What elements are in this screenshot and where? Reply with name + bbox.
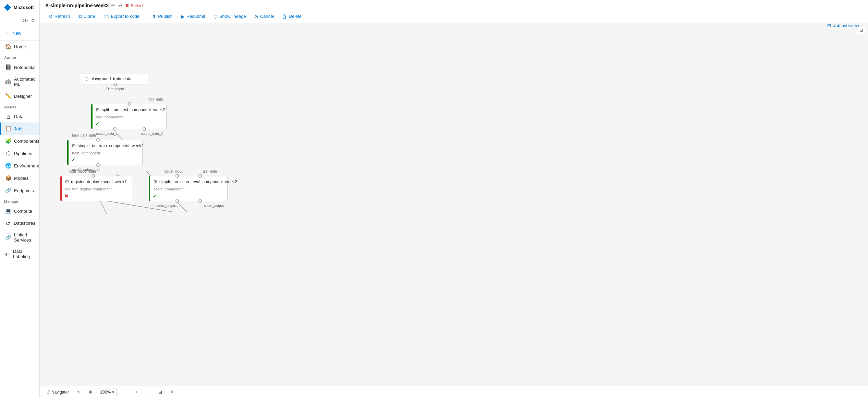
split-component-icon: ⊞: [96, 107, 100, 112]
edit-title-icon[interactable]: ✏: [111, 3, 115, 8]
drag-tool-button[interactable]: ✥: [86, 388, 95, 396]
comment-button[interactable]: ✎: [168, 388, 176, 396]
sidebar-item-data[interactable]: 🗄 Data: [0, 110, 39, 122]
resubmit-icon: ▶: [181, 14, 185, 19]
train-input-port[interactable]: [96, 138, 100, 142]
sidebar-item-data-labeling[interactable]: 🏷 Data Labeling: [0, 246, 39, 262]
sidebar-item-linked-services[interactable]: 🔗 Linked Services: [0, 229, 39, 246]
pipeline-header: A-simple-nn-pipeline-week2 ✏ ↩ ✖ Failed …: [40, 0, 868, 23]
score-status: ✔: [150, 193, 227, 201]
score-title: simple_nn_score_eval_component_week2: [159, 179, 237, 184]
split-output-label-2: output_data_2: [141, 132, 163, 136]
sidebar-item-datastores[interactable]: 🗂 Datastores: [0, 217, 39, 229]
app-logo: Microsoft: [0, 0, 39, 15]
collapse-sidebar-button[interactable]: ≫: [22, 17, 28, 24]
zoom-dropdown-icon[interactable]: ▾: [112, 390, 114, 395]
fit-view-button[interactable]: ⬚: [144, 388, 153, 396]
register-input-port[interactable]: [91, 174, 95, 178]
split-status: ✔: [93, 121, 166, 129]
settings-icon-button[interactable]: ⚙: [31, 17, 35, 24]
fit-view-icon: ⬚: [147, 390, 150, 395]
score-output-port-metrics[interactable]: [175, 199, 179, 203]
sidebar-item-endpoints[interactable]: 🔗 Endpoints: [0, 184, 39, 197]
score-input-port-model[interactable]: [175, 174, 179, 178]
home-icon: 🏠: [5, 44, 11, 50]
split-input-port[interactable]: [128, 102, 131, 106]
job-overview-label: Job overview: [833, 23, 859, 28]
sidebar-toggle-area[interactable]: ≫ ⚙: [0, 15, 39, 26]
sidebar-item-designer[interactable]: ✏️ Designer: [0, 90, 39, 102]
export-to-code-button[interactable]: 📄 Export to code: [100, 12, 143, 21]
split-output-port-2[interactable]: [143, 127, 146, 131]
compute-label: Compute: [14, 209, 32, 214]
show-lineage-button[interactable]: ⬡ Show lineage: [210, 12, 249, 21]
refresh-icon: ↺: [49, 14, 53, 19]
navigator-label: Navigator: [51, 390, 69, 395]
sidebar-item-compute[interactable]: 💻 Compute: [0, 205, 39, 217]
environments-label: Environments: [14, 163, 40, 168]
node-header-register: ⊞ register_deploy_model_week7: [62, 176, 132, 187]
pipelines-label: Pipelines: [14, 151, 32, 156]
node-split[interactable]: ⊞ split_train_test_component_week2 split…: [91, 104, 167, 129]
clone-icon: ⧉: [78, 13, 82, 19]
sidebar-item-environments[interactable]: 🌐 Environments: [0, 160, 39, 172]
refresh-button[interactable]: ↺ Refresh: [45, 12, 74, 21]
register-subtitle: register_deploy_component: [62, 187, 132, 193]
designer-icon: ✏️: [5, 93, 11, 99]
score-output-port-score[interactable]: [198, 199, 202, 203]
register-component-icon: ⊞: [65, 179, 69, 184]
split-output-port-1[interactable]: [113, 127, 117, 131]
node-train[interactable]: ⊞ simple_nn_train_component_week2 train_…: [67, 140, 143, 165]
sidebar-item-models[interactable]: 📦 Models: [0, 172, 39, 184]
train-component-icon: ⊞: [72, 143, 76, 148]
notebooks-label: Notebooks: [14, 65, 35, 70]
cancel-label: Cancel: [260, 14, 274, 19]
layout-button[interactable]: ⊟: [156, 388, 165, 396]
resubmit-button[interactable]: ▶ Resubmit: [178, 12, 209, 21]
register-input-label: input_model_path: [69, 169, 96, 173]
zoom-in-button[interactable]: ＋: [132, 388, 141, 396]
data-labeling-icon: 🏷: [5, 251, 10, 257]
share-icon[interactable]: ↩: [118, 3, 122, 8]
playground-output-port[interactable]: [113, 83, 117, 86]
split-output-label-1: output_data_1: [96, 132, 118, 136]
split-title: split_train_test_component_week2: [102, 107, 165, 112]
author-section-label: Author: [0, 53, 39, 61]
cancel-button[interactable]: ⊘ Cancel: [251, 12, 277, 21]
publish-button[interactable]: ⬆ Publish: [149, 12, 176, 21]
score-input-port-test[interactable]: [198, 174, 202, 178]
export-label: Export to code: [111, 14, 140, 19]
delete-button[interactable]: 🗑 Delete: [279, 12, 305, 21]
node-register[interactable]: ⊞ register_deploy_model_week7 register_d…: [60, 176, 132, 201]
node-score[interactable]: ⊞ simple_nn_score_eval_component_week2 s…: [149, 176, 228, 201]
status-badge: ✖ Failed: [125, 3, 143, 8]
new-button[interactable]: ＋ New: [0, 26, 39, 40]
status-text: Failed: [131, 3, 143, 8]
train-output-port[interactable]: [96, 163, 100, 167]
split-check-icon: ✔: [95, 121, 99, 127]
node-playground-train-data[interactable]: ⬡ playground_train_data Data output: [81, 73, 149, 84]
sidebar-item-automated-ml[interactable]: 🤖 Automated ML: [0, 73, 39, 90]
navigator-button[interactable]: ⬡ Navigator: [44, 388, 72, 396]
new-label: New: [12, 31, 21, 36]
job-overview-button[interactable]: ⊞ Job overview: [824, 21, 863, 30]
select-tool-button[interactable]: ↖: [74, 388, 83, 396]
pipeline-canvas-area[interactable]: ⬡ playground_train_data Data output ⊞ sp…: [40, 23, 868, 386]
sidebar-item-pipelines[interactable]: ⬡ Pipelines: [0, 147, 39, 160]
sidebar-item-components[interactable]: 🧩 Components: [0, 135, 39, 147]
endpoints-icon: 🔗: [5, 187, 11, 194]
cancel-icon: ⊘: [254, 14, 258, 19]
sidebar-item-jobs[interactable]: 📋 Jobs: [0, 122, 39, 135]
score-test-data-label: test_data: [203, 169, 217, 173]
models-icon: 📦: [5, 175, 11, 181]
clone-button[interactable]: ⧉ Clone: [75, 12, 99, 21]
compute-icon: 💻: [5, 208, 11, 214]
pipeline-title-row: A-simple-nn-pipeline-week2 ✏ ↩ ✖ Failed: [45, 0, 863, 10]
zoom-out-button[interactable]: －: [119, 388, 129, 396]
sidebar-item-notebooks[interactable]: 📓 Notebooks: [0, 61, 39, 73]
zoom-display: 100% ▾: [98, 388, 117, 396]
score-model-input-label: model_input: [164, 169, 182, 173]
sidebar-item-home[interactable]: 🏠 Home: [0, 40, 39, 53]
train-title: simple_nn_train_component_week2: [78, 143, 144, 148]
register-status: ✖: [62, 193, 132, 201]
